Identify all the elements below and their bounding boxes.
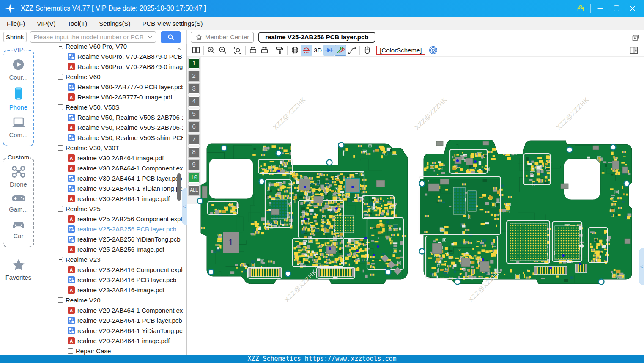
layer-button-5[interactable]: 5	[189, 109, 199, 119]
tree-file-pdf[interactable]: Arealme V25-2AB256-image.pdf	[37, 244, 183, 254]
layer-button-2[interactable]: 2	[189, 71, 199, 81]
tree-group[interactable]: Realme V50, V50S	[37, 102, 183, 112]
compare-view-icon[interactable]	[190, 45, 202, 56]
maximize-button[interactable]	[610, 3, 623, 14]
tree-file-pcb[interactable]: realme V20-2AB464-1 PCB layer.pcb	[37, 315, 183, 325]
layer-button-9[interactable]: 9	[189, 160, 199, 170]
mouse-settings-icon[interactable]	[362, 45, 373, 56]
layer-button-1[interactable]: 1	[189, 58, 199, 69]
tree-group[interactable]: Realme V60 Pro, V70	[37, 44, 183, 51]
tree-group[interactable]: Realme V20	[37, 295, 183, 305]
layer-button-all[interactable]: ALL	[189, 185, 199, 195]
collapse-minus-icon[interactable]	[58, 104, 63, 110]
layer-button-6[interactable]: 6	[189, 122, 199, 132]
paint-roller-icon[interactable]	[274, 45, 285, 56]
tree-file-pdf[interactable]: Arealme V30-2AB464-1 image.pdf	[37, 193, 183, 204]
svg-text:A: A	[70, 247, 73, 252]
sidebar-item-gam[interactable]: Gam...	[4, 193, 33, 213]
tree-file-pcb[interactable]: Realme V60-2AB777-0 PCB layer.pcb	[37, 82, 183, 92]
layer-button-4[interactable]: 4	[189, 96, 199, 107]
layer-panel-toggle-icon[interactable]	[629, 45, 639, 55]
tree-file-pdf[interactable]: Arealme V30 2AB464 image.pdf	[37, 153, 183, 163]
menu-item-vip-v-[interactable]: VIP(V)	[37, 20, 55, 27]
rings-visibility-icon[interactable]	[428, 45, 439, 56]
search-button[interactable]	[161, 31, 181, 43]
scroll-up-icon[interactable]	[177, 45, 181, 52]
menu-item-tool-t-[interactable]: Tool(T)	[68, 20, 88, 27]
tree-file-pcb[interactable]: Realme V60Pro, V70-2AB879-0 PCB layer.pc…	[37, 51, 183, 61]
model-search-combobox[interactable]	[30, 31, 156, 43]
curve-tool-icon[interactable]	[346, 45, 358, 56]
tree-file-pcb[interactable]: realme V30-2AB464-1 PCB layer.pcb	[37, 173, 183, 183]
tree-file-pcb[interactable]: realme V20-2AB464-1 YiDianTong.pcb	[37, 325, 183, 336]
pdf-file-icon: A	[68, 124, 75, 131]
sidebar-item-cour[interactable]: Cour...	[4, 58, 33, 81]
sidebar-item-favorites[interactable]: Favorites	[3, 258, 34, 281]
tree-file-pcb[interactable]: realme V23-2AB416 PCB layer.pcb	[37, 275, 183, 285]
tree-file-pdf[interactable]: Arealme V20-2AB464-1 image.pdf	[37, 336, 183, 346]
diode-mode-icon[interactable]	[323, 45, 335, 56]
layer-button-8[interactable]: 8	[189, 147, 199, 157]
sidebar-item-car[interactable]: Car	[4, 218, 33, 239]
pcb-board-drawing[interactable]: 1	[187, 57, 644, 355]
pcb-canvas[interactable]: 1 12345678910ALL XZZ@XZZHKXZZ@XZZHKXZZ@X…	[187, 57, 644, 355]
collapse-minus-icon[interactable]	[58, 257, 63, 262]
view-3d-button[interactable]: 3D	[312, 47, 323, 54]
lamp-highlight-icon[interactable]	[301, 45, 312, 56]
tree-group[interactable]: Realme V25	[37, 204, 183, 214]
probe-measure-icon[interactable]	[335, 45, 346, 56]
tree-file-pdf[interactable]: Arealme V30 2AB464-1 Component explosion…	[37, 163, 183, 173]
scrollbar-thumb[interactable]	[177, 173, 181, 201]
member-center-button[interactable]: Member Center	[191, 32, 254, 43]
tree-file-pdf[interactable]: Arealme V25 2AB256 Component explosion.p…	[37, 214, 183, 224]
rotate-cw-icon[interactable]	[259, 45, 270, 56]
layer-button-7[interactable]: 7	[189, 135, 199, 145]
menu-item-settings-s-[interactable]: Settings(S)	[99, 20, 130, 27]
tree-file-pdf[interactable]: ARealme V50, Realme V50S-2AB706-1 image.…	[37, 122, 183, 132]
chevron-down-icon[interactable]	[148, 36, 153, 39]
tree-group[interactable]: Repair Case	[37, 346, 183, 355]
tree-group[interactable]: Realme V23	[37, 254, 183, 264]
sidebar-item-com[interactable]: Com...	[4, 116, 33, 138]
tree-file-pcb[interactable]: Realme V50, Realme V50S-2AB706-1 PCB lay…	[37, 112, 183, 122]
minimize-button[interactable]	[594, 3, 607, 14]
sidebar-item-phone[interactable]: Phone	[4, 86, 33, 111]
shrink-button[interactable]: Shrink	[3, 32, 27, 42]
sidebar-item-drone[interactable]: Drone	[4, 165, 33, 188]
layer-button-10[interactable]: 10	[189, 173, 199, 183]
tree-group[interactable]: Realme V30, V30T	[37, 143, 183, 153]
collapse-minus-icon[interactable]	[68, 348, 73, 354]
fit-view-icon[interactable]	[232, 45, 244, 56]
tree-collapse-handle[interactable]: <	[182, 188, 187, 225]
tree-file-pcb[interactable]: realme V25-2AB256 YiDianTong.pcb	[37, 234, 183, 244]
collapse-minus-icon[interactable]	[58, 145, 63, 151]
tree-file-pcb[interactable]: realme V30-2AB464-1 YiDianTong.pcb	[37, 183, 183, 193]
close-tab-icon[interactable]	[631, 33, 640, 42]
tree-file-pdf[interactable]: ARealme V60Pro, V70-2AB879-0 image.pdf	[37, 61, 183, 72]
collapse-minus-icon[interactable]	[58, 297, 63, 303]
tree-file-pdf[interactable]: Arealme V23-2AB416-image.pdf	[37, 285, 183, 295]
right-panel-handle[interactable]: <	[639, 248, 644, 285]
tree-scrollbar[interactable]	[176, 44, 182, 355]
zoom-in-icon[interactable]	[206, 45, 217, 56]
color-scheme-button[interactable]: [ColorScheme]	[376, 46, 425, 55]
license-case-icon[interactable]	[574, 3, 587, 14]
mirror-flip-icon[interactable]	[289, 45, 301, 56]
close-button[interactable]	[626, 3, 639, 14]
collapse-minus-icon[interactable]	[58, 74, 63, 80]
layer-button-3[interactable]: 3	[189, 84, 199, 94]
tree-file-pdf[interactable]: Arealme V23-2AB416 Component explosion.p…	[37, 264, 183, 275]
menu-item-pcb-view-settings-s-[interactable]: PCB View settings(S)	[142, 20, 203, 27]
tree-group[interactable]: Realme V60	[37, 72, 183, 82]
rotate-ccw-icon[interactable]	[247, 45, 259, 56]
tree-file-pcb[interactable]: realme V25-2AB256 PCB layer.pcb	[37, 224, 183, 234]
tab-active-pcb-file[interactable]: realme V25-2AB256 PCB layer.pcb	[258, 32, 375, 43]
zoom-out-icon[interactable]	[217, 45, 228, 56]
tree-file-pdf[interactable]: Arealme V20 2AB464-1 Component explosion…	[37, 305, 183, 315]
tree-file-pdf[interactable]: ARealme V60-2AB777-0 image.pdf	[37, 92, 183, 102]
menu-item-file-f-[interactable]: File(F)	[7, 20, 25, 27]
collapse-minus-icon[interactable]	[58, 206, 63, 212]
tree-file-pcb[interactable]: Realme V50, Realme V50S-shim PCB layer.p…	[37, 132, 183, 143]
search-input[interactable]	[30, 33, 148, 41]
collapse-minus-icon[interactable]	[58, 44, 63, 49]
